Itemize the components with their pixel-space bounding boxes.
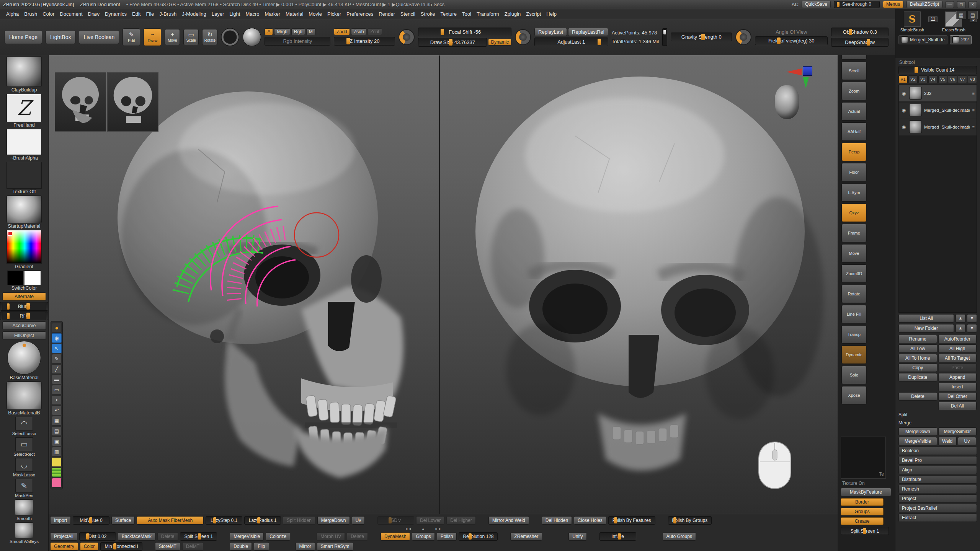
zsub-toggle[interactable]: Zsub	[351, 28, 367, 35]
bottom-control[interactable]: ZRemesher	[510, 532, 542, 541]
brush-claybuildup[interactable]: ClayBuildup	[0, 56, 48, 93]
bottom-control[interactable]: LazyStep 0.1	[206, 516, 242, 525]
bottom-control[interactable]: Split Screen 1	[180, 532, 217, 541]
bottom-control[interactable]: Dist 0.02	[79, 532, 116, 541]
pager-right-icon[interactable]: ►►	[435, 527, 442, 531]
subtool-action-button[interactable]: Extract	[898, 514, 977, 522]
brush-smoothvalleys[interactable]: SmoothValleys	[0, 522, 48, 544]
bottom-control[interactable]: Groups	[412, 532, 434, 541]
bottom-control[interactable]: Unify	[568, 532, 586, 541]
folder-down-icon[interactable]: ▼	[967, 324, 977, 333]
menu-item[interactable]: Layer	[209, 10, 227, 18]
basic-material-b[interactable]: BasicMaterialB	[0, 381, 48, 416]
subtool-action-button[interactable]: Project	[898, 494, 977, 503]
active-tool-chip[interactable]: 232	[950, 35, 972, 44]
version-tab[interactable]: V4	[928, 75, 938, 83]
menu-item[interactable]: File	[144, 10, 156, 18]
subtool-action-button[interactable]: Copy	[898, 364, 937, 372]
close-button[interactable]: ×	[969, 1, 977, 8]
subtool-action-button[interactable]: Weld	[938, 437, 957, 445]
a-toggle[interactable]: A	[265, 28, 273, 35]
shelf-button[interactable]: AAHalf	[841, 122, 867, 141]
obj-shadow-slider[interactable]: ObjShadow 0.3	[831, 28, 889, 36]
subtool-action-button[interactable]: Append	[938, 373, 977, 381]
menu-item[interactable]: Brush	[22, 10, 39, 18]
eye-icon[interactable]: ◉	[52, 333, 62, 343]
minimize-button[interactable]: —	[946, 1, 954, 8]
mask-by-feature-button[interactable]: MaskByFeature	[841, 488, 891, 496]
draw-mode-button[interactable]: ~ Draw	[144, 28, 161, 46]
menu-item[interactable]: J-Modeling	[180, 10, 209, 18]
version-tab[interactable]: V2	[908, 75, 918, 83]
replay-last-rel-button[interactable]: ReplayLastRel	[568, 28, 608, 36]
subtool-action-button[interactable]: All High	[938, 344, 977, 353]
select-rect[interactable]: ▭ SelectRect	[0, 437, 48, 457]
subtool-mini-icons[interactable]: ≡	[972, 108, 975, 112]
subtool-action-button[interactable]: Remesh	[898, 485, 977, 493]
shelf-button[interactable]: Rotate	[841, 285, 867, 303]
subtool-action-button[interactable]: Distribute	[898, 475, 977, 484]
visibility-eye-icon[interactable]: ◉	[901, 124, 907, 130]
menu-item[interactable]: Macro	[243, 10, 261, 18]
rgb-intensity-slider[interactable]: Rgb Intensity	[265, 37, 330, 46]
version-tab[interactable]: V6	[948, 75, 957, 83]
bottom-control[interactable]: Mirror	[296, 542, 315, 551]
view-settings-icon[interactable]	[735, 29, 751, 45]
highlighter-icon[interactable]: ▬	[52, 375, 62, 384]
rotate-mode-button[interactable]: ↻ Rotate	[202, 29, 217, 45]
stroke-freehand[interactable]: Z FreeHand	[0, 94, 48, 128]
subtool-action-button[interactable]: Uv	[958, 437, 976, 445]
menu-item[interactable]: Draw	[86, 10, 102, 18]
rgb-toggle[interactable]: Rgb	[291, 28, 305, 35]
bottom-control[interactable]: Color	[80, 542, 99, 551]
menu-item[interactable]: Tool	[460, 10, 474, 18]
subtool-action-button[interactable]: All To Home	[898, 354, 937, 362]
bottom-control[interactable]: Auto Groups	[663, 532, 696, 541]
swatch-pink[interactable]	[52, 478, 62, 487]
bottom-control[interactable]: Polish	[437, 532, 457, 541]
bottom-control[interactable]: Del Hidden	[542, 516, 572, 525]
replay-settings-icon[interactable]	[515, 29, 531, 45]
crease-button[interactable]: Crease	[841, 517, 884, 525]
bottom-control[interactable]: Min Connected I	[100, 542, 142, 551]
split-screen-slider[interactable]: Split Screen 1	[841, 527, 889, 535]
bottom-control[interactable]: Surface	[111, 516, 135, 525]
new-folder-button[interactable]: New Folder	[898, 324, 954, 333]
replay-last-button[interactable]: ReplayLast	[534, 28, 567, 36]
menu-item[interactable]: Transform	[474, 10, 501, 18]
subtool-action-button[interactable]: MergeVisible	[898, 437, 937, 445]
subtool-item[interactable]: ◉ Merged_Skull-decimation2 ≡	[899, 102, 977, 119]
alpha-brushalpha[interactable]: ~BrushAlpha	[0, 129, 48, 161]
pencil-icon[interactable]: ╱	[52, 364, 62, 374]
shelf-button[interactable]: Qxyz	[841, 204, 867, 222]
menu-item[interactable]: Marker	[263, 10, 283, 18]
shelf-button[interactable]: Solo	[841, 366, 867, 384]
bottom-control[interactable]: Resolution 128	[459, 532, 498, 541]
bottom-control[interactable]: Morph UV	[317, 532, 345, 541]
see-through-slider[interactable]: See-through 0	[834, 1, 880, 8]
undo-icon[interactable]: ↶	[52, 406, 62, 415]
shelf-button[interactable]: Move	[841, 244, 867, 262]
menu-item[interactable]: Edit	[130, 10, 143, 18]
menu-item[interactable]: Dynamics	[103, 10, 129, 18]
subtool-action-button[interactable]: Project BasRelief	[898, 504, 977, 512]
bottom-control[interactable]: Uv	[352, 516, 365, 525]
bottom-control[interactable]: MidValue 0	[73, 516, 109, 525]
mask-pen[interactable]: ✎ MaskPen	[0, 479, 48, 499]
subtool-up-icon[interactable]: ▲	[956, 314, 965, 323]
alternate-button[interactable]: Alternate	[0, 292, 48, 301]
shelf-button[interactable]: Dynamic	[841, 346, 867, 364]
mask-lasso[interactable]: ◡ MaskLasso	[0, 458, 48, 478]
material-preview-icon[interactable]	[243, 28, 261, 46]
mrgb-toggle[interactable]: Mrgb	[274, 28, 290, 35]
current-tool-chip[interactable]: Merged_Skull-de	[898, 35, 947, 44]
scale-mode-button[interactable]: ▭ Scale	[183, 29, 199, 45]
visibility-eye-icon[interactable]: ◉	[901, 108, 907, 113]
bottom-control[interactable]: Smart ReSym	[317, 542, 353, 551]
polyframe-icon[interactable]: ▦	[956, 11, 966, 19]
basic-material[interactable]: BasicMaterial	[0, 341, 48, 381]
fillobject-button[interactable]: FillObject	[0, 331, 48, 340]
deep-shadow-slider[interactable]: DeepShadow	[831, 38, 889, 47]
subtool-action-button[interactable]: Rename	[898, 335, 937, 343]
bottom-control[interactable]: LazyRadius 1	[244, 516, 281, 525]
